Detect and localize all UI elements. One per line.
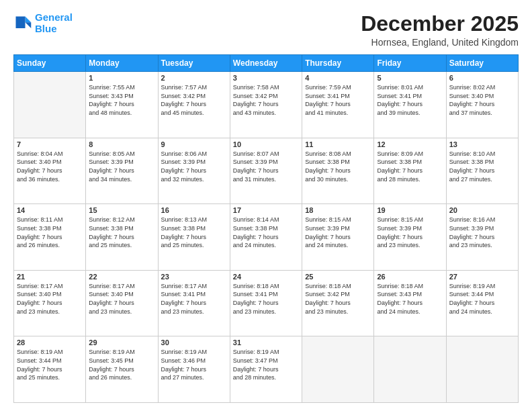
day-number: 15 xyxy=(89,206,154,214)
day-number: 3 xyxy=(233,74,299,82)
calendar-cell: 10Sunrise: 8:07 AMSunset: 3:39 PMDayligh… xyxy=(230,138,302,204)
calendar-cell: 25Sunrise: 8:18 AMSunset: 3:42 PMDayligh… xyxy=(302,270,374,336)
calendar-week-row: 21Sunrise: 8:17 AMSunset: 3:40 PMDayligh… xyxy=(14,270,519,336)
day-number: 10 xyxy=(233,140,299,148)
day-number: 26 xyxy=(377,273,443,281)
calendar-week-row: 14Sunrise: 8:11 AMSunset: 3:38 PMDayligh… xyxy=(14,204,519,271)
day-info: Sunrise: 7:59 AMSunset: 3:41 PMDaylight:… xyxy=(305,83,371,117)
title-block: December 2025 Hornsea, England, United K… xyxy=(361,12,519,48)
calendar-cell: 14Sunrise: 8:11 AMSunset: 3:38 PMDayligh… xyxy=(14,204,86,271)
day-info: Sunrise: 8:11 AMSunset: 3:38 PMDaylight:… xyxy=(17,216,83,249)
day-number: 17 xyxy=(233,206,299,214)
calendar-cell: 24Sunrise: 8:18 AMSunset: 3:41 PMDayligh… xyxy=(230,270,302,336)
main-title: December 2025 xyxy=(361,12,519,36)
day-number: 13 xyxy=(449,140,515,148)
calendar-cell: 3Sunrise: 7:58 AMSunset: 3:42 PMDaylight… xyxy=(230,72,302,138)
calendar-cell: 19Sunrise: 8:15 AMSunset: 3:39 PMDayligh… xyxy=(374,204,446,271)
calendar-cell: 8Sunrise: 8:05 AMSunset: 3:39 PMDaylight… xyxy=(86,138,158,204)
logo-icon xyxy=(13,14,32,33)
day-info: Sunrise: 8:08 AMSunset: 3:38 PMDaylight:… xyxy=(305,150,371,183)
day-number: 28 xyxy=(17,338,83,347)
day-number: 24 xyxy=(233,273,299,281)
day-info: Sunrise: 8:04 AMSunset: 3:40 PMDaylight:… xyxy=(17,150,83,183)
calendar-cell: 15Sunrise: 8:12 AMSunset: 3:38 PMDayligh… xyxy=(86,204,158,271)
calendar-cell: 13Sunrise: 8:10 AMSunset: 3:38 PMDayligh… xyxy=(446,138,518,204)
day-number: 1 xyxy=(89,74,154,82)
calendar-cell: 23Sunrise: 8:17 AMSunset: 3:41 PMDayligh… xyxy=(158,270,230,336)
day-number: 12 xyxy=(377,140,443,148)
calendar-cell: 5Sunrise: 8:01 AMSunset: 3:41 PMDaylight… xyxy=(374,72,446,138)
day-number: 4 xyxy=(305,74,371,82)
logo: General Blue xyxy=(13,12,73,34)
day-number: 22 xyxy=(89,273,154,281)
day-info: Sunrise: 8:16 AMSunset: 3:39 PMDaylight:… xyxy=(449,216,515,249)
calendar-cell: 1Sunrise: 7:55 AMSunset: 3:43 PMDaylight… xyxy=(86,72,158,138)
day-info: Sunrise: 8:17 AMSunset: 3:40 PMDaylight:… xyxy=(17,282,83,316)
day-number: 8 xyxy=(89,140,154,148)
page: General Blue December 2025 Hornsea, Engl… xyxy=(0,0,532,411)
calendar-cell: 31Sunrise: 8:19 AMSunset: 3:47 PMDayligh… xyxy=(230,336,302,403)
calendar-cell: 29Sunrise: 8:19 AMSunset: 3:45 PMDayligh… xyxy=(86,336,158,403)
header: General Blue December 2025 Hornsea, Engl… xyxy=(13,12,519,48)
calendar-cell: 11Sunrise: 8:08 AMSunset: 3:38 PMDayligh… xyxy=(302,138,374,204)
calendar-cell: 2Sunrise: 7:57 AMSunset: 3:42 PMDaylight… xyxy=(158,72,230,138)
svg-marker-0 xyxy=(26,16,32,22)
day-number: 30 xyxy=(161,338,227,347)
day-info: Sunrise: 8:05 AMSunset: 3:39 PMDaylight:… xyxy=(89,150,154,183)
calendar-header-row: SundayMondayTuesdayWednesdayThursdayFrid… xyxy=(14,55,519,72)
day-info: Sunrise: 8:14 AMSunset: 3:38 PMDaylight:… xyxy=(233,216,299,249)
calendar-cell: 16Sunrise: 8:13 AMSunset: 3:38 PMDayligh… xyxy=(158,204,230,271)
day-info: Sunrise: 8:10 AMSunset: 3:38 PMDaylight:… xyxy=(449,150,515,183)
calendar-cell xyxy=(446,336,518,403)
calendar-cell xyxy=(302,336,374,403)
calendar-day-header: Sunday xyxy=(14,55,86,72)
calendar-week-row: 7Sunrise: 8:04 AMSunset: 3:40 PMDaylight… xyxy=(14,138,519,204)
day-number: 5 xyxy=(377,74,443,82)
calendar-day-header: Saturday xyxy=(446,55,518,72)
logo-text: General Blue xyxy=(35,12,73,34)
day-number: 9 xyxy=(161,140,227,148)
day-number: 27 xyxy=(449,273,515,281)
calendar-day-header: Friday xyxy=(374,55,446,72)
calendar-day-header: Monday xyxy=(86,55,158,72)
calendar-cell xyxy=(374,336,446,403)
calendar-cell: 7Sunrise: 8:04 AMSunset: 3:40 PMDaylight… xyxy=(14,138,86,204)
day-info: Sunrise: 8:18 AMSunset: 3:42 PMDaylight:… xyxy=(305,282,371,316)
calendar-cell: 18Sunrise: 8:15 AMSunset: 3:39 PMDayligh… xyxy=(302,204,374,271)
day-info: Sunrise: 7:55 AMSunset: 3:43 PMDaylight:… xyxy=(89,83,154,117)
day-number: 11 xyxy=(305,140,371,148)
day-info: Sunrise: 7:57 AMSunset: 3:42 PMDaylight:… xyxy=(161,83,227,117)
day-info: Sunrise: 8:02 AMSunset: 3:40 PMDaylight:… xyxy=(449,83,515,117)
calendar-week-row: 1Sunrise: 7:55 AMSunset: 3:43 PMDaylight… xyxy=(14,72,519,138)
logo-line2: Blue xyxy=(35,23,57,34)
day-number: 19 xyxy=(377,206,443,214)
day-info: Sunrise: 8:15 AMSunset: 3:39 PMDaylight:… xyxy=(377,216,443,249)
day-number: 25 xyxy=(305,273,371,281)
calendar-week-row: 28Sunrise: 8:19 AMSunset: 3:44 PMDayligh… xyxy=(14,336,519,403)
day-info: Sunrise: 8:19 AMSunset: 3:44 PMDaylight:… xyxy=(449,282,515,316)
calendar-day-header: Tuesday xyxy=(158,55,230,72)
day-info: Sunrise: 8:06 AMSunset: 3:39 PMDaylight:… xyxy=(161,150,227,183)
day-info: Sunrise: 8:17 AMSunset: 3:41 PMDaylight:… xyxy=(161,282,227,316)
calendar-cell: 6Sunrise: 8:02 AMSunset: 3:40 PMDaylight… xyxy=(446,72,518,138)
calendar-cell: 12Sunrise: 8:09 AMSunset: 3:38 PMDayligh… xyxy=(374,138,446,204)
svg-rect-2 xyxy=(16,16,26,28)
day-number: 7 xyxy=(17,140,83,148)
day-number: 16 xyxy=(161,206,227,214)
calendar-cell: 30Sunrise: 8:19 AMSunset: 3:46 PMDayligh… xyxy=(158,336,230,403)
calendar-cell: 17Sunrise: 8:14 AMSunset: 3:38 PMDayligh… xyxy=(230,204,302,271)
day-number: 2 xyxy=(161,74,227,82)
day-number: 21 xyxy=(17,273,83,281)
day-info: Sunrise: 7:58 AMSunset: 3:42 PMDaylight:… xyxy=(233,83,299,117)
day-info: Sunrise: 8:01 AMSunset: 3:41 PMDaylight:… xyxy=(377,83,443,117)
calendar-cell: 28Sunrise: 8:19 AMSunset: 3:44 PMDayligh… xyxy=(14,336,86,403)
calendar-cell xyxy=(14,72,86,138)
day-info: Sunrise: 8:17 AMSunset: 3:40 PMDaylight:… xyxy=(89,282,154,316)
day-info: Sunrise: 8:15 AMSunset: 3:39 PMDaylight:… xyxy=(305,216,371,249)
calendar-table: SundayMondayTuesdayWednesdayThursdayFrid… xyxy=(13,54,519,403)
day-number: 14 xyxy=(17,206,83,214)
subtitle: Hornsea, England, United Kingdom xyxy=(361,37,519,48)
day-number: 18 xyxy=(305,206,371,214)
day-number: 6 xyxy=(449,74,515,82)
day-info: Sunrise: 8:19 AMSunset: 3:46 PMDaylight:… xyxy=(161,348,227,381)
